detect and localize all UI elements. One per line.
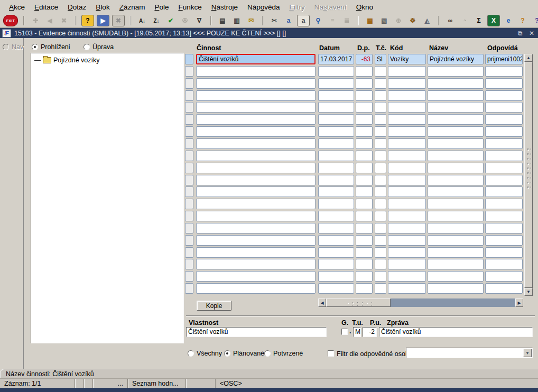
record-indicator[interactable] [185, 211, 193, 221]
cell-kod[interactable] [388, 175, 426, 185]
cell-tc[interactable] [375, 283, 386, 294]
cell-dp[interactable] [356, 78, 373, 89]
menu-item-editace[interactable]: Editace [30, 2, 63, 13]
cell-dp[interactable] [356, 259, 373, 269]
cell-odpovida[interactable] [485, 235, 523, 246]
record-indicator[interactable] [185, 283, 193, 294]
cell-datum[interactable] [318, 199, 354, 209]
cell-kod[interactable] [388, 138, 426, 149]
zoom-icon[interactable]: ⚲ [312, 15, 324, 26]
document-icon[interactable]: ▧ [378, 15, 390, 26]
cell-odpovida[interactable] [485, 102, 523, 113]
menu-item-zaznam[interactable]: Záznam [115, 2, 150, 13]
cell-tc[interactable] [375, 102, 386, 113]
cell-nazev[interactable] [428, 259, 484, 269]
mode-radio-prohlizeni[interactable]: Prohlíženi [32, 43, 70, 51]
cell-cinnost[interactable] [196, 90, 316, 101]
cell-kod[interactable] [388, 186, 426, 197]
cell-cinnost[interactable]: Čištění vozíků [196, 54, 316, 64]
record-indicator[interactable] [185, 175, 193, 185]
cell-odpovida[interactable] [485, 114, 523, 125]
cell-nazev[interactable] [428, 78, 484, 89]
cell-cinnost[interactable] [196, 66, 316, 77]
cell-cinnost[interactable] [196, 223, 316, 234]
cell-kod[interactable] [388, 247, 426, 258]
cell-odpovida[interactable] [485, 90, 523, 101]
cell-cinnost[interactable] [196, 271, 316, 282]
cell-tc[interactable] [375, 126, 386, 137]
cell-cinnost[interactable] [196, 102, 316, 113]
cell-datum[interactable] [318, 271, 354, 282]
menu-item-funkce[interactable]: Funkce [173, 2, 206, 13]
cell-dp[interactable] [356, 186, 373, 197]
help-contents-icon[interactable]: ? [517, 15, 528, 26]
cell-cinnost[interactable] [196, 151, 316, 161]
preview-glasses-icon[interactable]: ∞ [444, 15, 456, 26]
cell-kod[interactable]: Vozíky [388, 54, 426, 64]
help-icon[interactable]: ? [531, 15, 538, 26]
cell-odpovida[interactable] [485, 283, 523, 294]
chevron-down-icon[interactable]: ▼ [523, 349, 532, 357]
kopie-button[interactable]: Kopie [197, 301, 231, 311]
mail-icon[interactable]: ✉ [245, 15, 257, 26]
menu-item-nastroje[interactable]: Nástroje [207, 2, 243, 13]
cell-nazev[interactable] [428, 186, 484, 197]
cell-cinnost[interactable] [196, 186, 316, 197]
cell-nazev[interactable] [428, 66, 484, 77]
cell-datum[interactable] [318, 283, 354, 294]
cell-tc[interactable] [375, 90, 386, 101]
filter-icon[interactable]: ∇ [193, 15, 205, 26]
record-indicator[interactable] [185, 151, 193, 161]
osoba-dropdown[interactable]: ▼ [406, 348, 533, 358]
excel-icon[interactable]: X [487, 15, 500, 26]
cell-kod[interactable] [388, 223, 426, 234]
cell-odpovida[interactable] [485, 223, 523, 234]
record-indicator[interactable] [185, 126, 193, 137]
menu-item-pole[interactable]: Pole [150, 2, 173, 13]
print-icon[interactable]: ▤ [217, 15, 228, 26]
cell-tc[interactable] [375, 151, 386, 161]
mode-radio-uprava[interactable]: Úprava [84, 43, 114, 51]
cell-dp[interactable] [356, 223, 373, 234]
card-icon[interactable]: ▦ [364, 15, 376, 26]
record-indicator[interactable] [185, 271, 193, 282]
cell-datum[interactable] [318, 211, 354, 221]
cell-dp[interactable] [356, 283, 373, 294]
record-indicator[interactable] [185, 114, 193, 125]
cell-cinnost[interactable] [196, 175, 316, 185]
cell-tc[interactable] [375, 163, 386, 173]
cell-kod[interactable] [388, 211, 426, 221]
cell-odpovida[interactable] [485, 175, 523, 185]
cell-datum[interactable] [318, 186, 354, 197]
cell-cinnost[interactable] [196, 283, 316, 294]
cell-dp[interactable] [356, 126, 373, 137]
record-indicator[interactable] [185, 163, 193, 173]
horizontal-scrollbar[interactable]: ◀ ▶ [318, 298, 523, 307]
cell-cinnost[interactable] [196, 235, 316, 246]
cell-tc[interactable] [375, 78, 386, 89]
record-indicator[interactable] [185, 54, 193, 64]
cell-datum[interactable] [318, 151, 354, 161]
exit-button[interactable]: EXIT [3, 15, 18, 26]
mode-radio-prohlizeni-dot[interactable] [32, 44, 38, 50]
cell-datum[interactable] [318, 66, 354, 77]
cell-kod[interactable] [388, 199, 426, 209]
scroll-up-icon[interactable]: ▲ [524, 54, 533, 62]
cell-kod[interactable] [388, 126, 426, 137]
record-indicator[interactable] [185, 66, 193, 77]
cell-dp[interactable] [356, 247, 373, 258]
cell-kod[interactable] [388, 102, 426, 113]
cell-odpovida[interactable]: prijmeni1002 jmen [485, 54, 523, 64]
cell-dp[interactable] [356, 102, 373, 113]
cell-odpovida[interactable] [485, 247, 523, 258]
cell-kod[interactable] [388, 66, 426, 77]
record-indicator[interactable] [185, 102, 193, 113]
cell-datum[interactable] [318, 102, 354, 113]
mountain-icon[interactable]: ◭ [421, 15, 433, 26]
pu-field[interactable]: -2 [363, 327, 377, 337]
cell-cinnost[interactable] [196, 259, 316, 269]
record-indicator[interactable] [185, 235, 193, 246]
scroll-left-icon[interactable]: ◀ [318, 298, 326, 307]
cell-nazev[interactable] [428, 138, 484, 149]
cell-datum[interactable] [318, 163, 354, 173]
